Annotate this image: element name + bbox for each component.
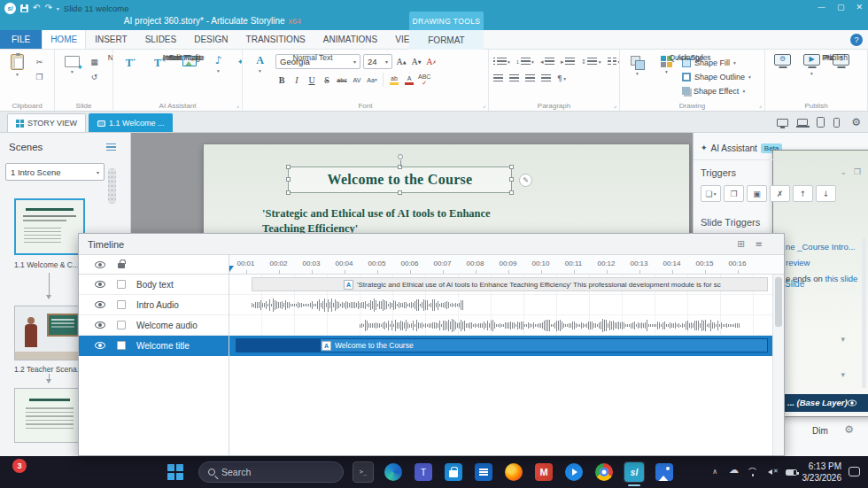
slide-thumbnail-1-2[interactable] [14, 306, 85, 360]
scene-dropdown[interactable]: 1 Intro Scene▾ [5, 163, 105, 181]
tab-insert[interactable]: INSERT [86, 30, 136, 49]
justify-button[interactable] [540, 73, 552, 84]
copy-trigger-button[interactable]: ❐ [724, 185, 744, 202]
timeline-row-intro-audio[interactable]: Intro Audio [79, 295, 229, 315]
onedrive-cloud-icon[interactable]: ☁ [729, 464, 739, 476]
tab-design[interactable]: DESIGN [185, 30, 236, 49]
new-trigger-button[interactable]: ❏▾ [701, 185, 721, 202]
intro-audio-waveform[interactable] [252, 298, 479, 313]
selection-handle[interactable] [509, 190, 514, 195]
redo-icon[interactable]: ↷ [44, 4, 51, 12]
shape-effect-button[interactable]: Shape Effect▾ [682, 85, 751, 97]
italic-button[interactable]: I [291, 74, 303, 87]
battery-icon[interactable] [786, 469, 797, 476]
timeline-dock-icon[interactable]: ⊞ [737, 239, 744, 249]
numbering-button[interactable]: 1▾ [515, 56, 535, 67]
lock-all-icon[interactable] [118, 263, 125, 268]
tab-ai-assistant[interactable]: ✦ AI Assistant Beta [701, 143, 782, 153]
help-icon[interactable]: ? [850, 34, 863, 46]
quick-access-caret-icon[interactable]: ▾ [57, 5, 59, 12]
section-collapse-icon[interactable]: ▾ [841, 370, 845, 379]
font-dialog-launcher-icon[interactable]: ⌟ [483, 102, 485, 109]
delete-trigger-button[interactable]: ✗ [770, 185, 790, 202]
bullets-button[interactable]: ▾ [492, 56, 511, 67]
publish-button[interactable]: ↑ Publish [827, 52, 855, 69]
edge-icon[interactable] [383, 461, 404, 483]
tab-home[interactable]: HOME [42, 30, 86, 49]
clear-formatting-button[interactable]: A✗ [425, 55, 438, 68]
align-right-button[interactable] [524, 73, 536, 84]
taskbar-search[interactable]: Search [198, 461, 344, 483]
lock-checkbox[interactable] [117, 341, 126, 350]
subscript-button[interactable]: abc [336, 74, 348, 87]
layer-settings-gear-icon[interactable]: ⚙ [844, 423, 854, 436]
tab-transitions[interactable]: TRANSITIONS [237, 30, 314, 49]
grow-font-button[interactable]: A▲ [395, 55, 407, 68]
font-color-button[interactable]: A [403, 74, 415, 87]
lock-checkbox[interactable] [117, 321, 126, 329]
scenes-panel-splitter[interactable] [108, 168, 116, 204]
character-spacing-button[interactable]: AV [351, 74, 363, 87]
terminal-app-icon[interactable]: >_ [353, 461, 374, 483]
maximize-button[interactable]: ▢ [837, 3, 845, 12]
move-trigger-up-button[interactable]: ↑ [793, 185, 813, 202]
eye-icon[interactable] [95, 342, 105, 349]
tab-animations[interactable]: ANIMATIONS [314, 30, 386, 49]
tab-slides[interactable]: SLIDES [136, 30, 186, 49]
timeline-object-welcome-title[interactable]: A Welcome to the Course [236, 338, 768, 352]
slide-subtitle-text[interactable]: 'Strategic and Ethical use of AI tools t… [262, 206, 652, 236]
scenes-options-icon[interactable] [106, 143, 116, 151]
selected-title-textbox[interactable]: Welcome to the Course ✎ [288, 167, 512, 193]
trigger-condition-link[interactable]: this slide [825, 274, 857, 283]
tab-file[interactable]: FILE [0, 30, 42, 49]
eye-icon[interactable] [95, 321, 105, 329]
quick-styles-button[interactable]: Quick Styles ▾ [653, 52, 680, 74]
section-collapse-icon[interactable]: ▾ [841, 335, 845, 344]
documents-app-icon[interactable] [473, 461, 494, 483]
timeline-menu-icon[interactable]: ≡ [756, 239, 763, 249]
trigger-text-fragment[interactable]: e ends on this slide [786, 274, 857, 283]
align-left-button[interactable] [492, 73, 504, 84]
reset-slide-icon[interactable]: ↺ [88, 71, 101, 82]
media-app-icon[interactable] [563, 461, 585, 483]
lock-checkbox[interactable] [117, 280, 126, 289]
text-styles-button[interactable]: A Normal Text ▾ [246, 52, 274, 74]
copy-icon[interactable]: ❐ [33, 71, 46, 82]
drawing-dialog-launcher-icon[interactable]: ⌟ [759, 102, 762, 109]
store-icon[interactable] [443, 461, 464, 483]
wifi-icon[interactable] [747, 468, 758, 476]
inline-edit-icon[interactable]: ✎ [519, 174, 532, 187]
text-direction-button[interactable]: ¶▾ [556, 73, 567, 84]
triggers-panel-icon[interactable]: ❐ [854, 167, 861, 176]
ai-insert-audio-button[interactable]: ♪ Insert Audio ▾ [205, 52, 232, 74]
columns-button[interactable]: ▾ [607, 56, 620, 67]
timeline-track-area[interactable]: 00:01 00:02 00:03 00:04 00:05 00:06 00:0… [229, 255, 784, 455]
timeline-object-body-text[interactable]: A 'Strategic and Ethical use of AI tools… [252, 277, 768, 291]
tray-hidden-icons-chevron[interactable]: ∧ [712, 468, 717, 476]
timeline-row-body-text[interactable]: Body text [79, 275, 229, 295]
eye-icon[interactable] [95, 301, 105, 308]
underline-button[interactable]: U [306, 74, 318, 87]
lock-checkbox[interactable] [117, 300, 126, 309]
volume-muted-icon[interactable] [765, 468, 779, 476]
notification-center-icon[interactable] [849, 467, 860, 476]
triggers-collapse-icon[interactable]: ⌄ [840, 167, 847, 176]
selection-handle[interactable] [286, 190, 291, 195]
spelling-button[interactable]: ABC✓ [418, 74, 430, 87]
start-button[interactable] [165, 461, 186, 483]
laptop-preview-icon[interactable] [797, 119, 808, 126]
close-button[interactable]: ✕ [856, 3, 863, 12]
ai-dialog-launcher-icon[interactable]: ⌟ [236, 102, 239, 109]
show-hide-all-icon[interactable] [95, 261, 105, 268]
clock[interactable]: 6:13 PM 3/23/2026 [802, 461, 842, 484]
selection-handle[interactable] [509, 177, 514, 182]
timeline-ruler[interactable]: 00:01 00:02 00:03 00:04 00:05 00:06 00:0… [229, 255, 784, 275]
slide-thumbnail-1-1[interactable] [14, 198, 85, 255]
welcome-audio-waveform[interactable] [360, 318, 768, 333]
save-icon[interactable] [20, 4, 28, 12]
drawing-tools-contextual-header[interactable]: DRAWING TOOLS [409, 12, 484, 30]
bold-button[interactable]: B [275, 74, 288, 87]
trigger-text-fragment[interactable]: ne _Course Intro... [786, 242, 856, 252]
trigger-text-fragment[interactable]: review [786, 258, 810, 267]
move-trigger-down-button[interactable]: ↓ [816, 185, 836, 202]
